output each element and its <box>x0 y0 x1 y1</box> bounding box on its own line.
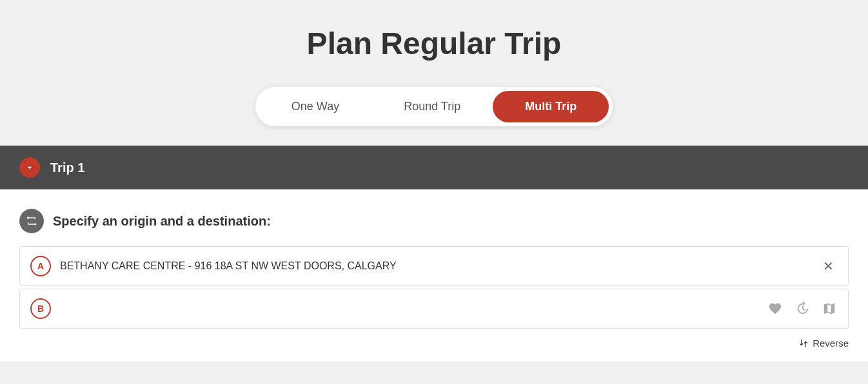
reverse-button[interactable]: Reverse <box>798 338 849 349</box>
trip-collapse-button[interactable] <box>19 157 40 178</box>
trip-type-selector: One Way Round Trip Multi Trip <box>255 87 613 126</box>
chevron-down-icon <box>25 162 35 173</box>
one-way-button[interactable]: One Way <box>259 91 371 122</box>
arrows-icon <box>25 215 38 227</box>
page-wrapper: Plan Regular Trip One Way Round Trip Mul… <box>0 0 868 384</box>
page-title: Plan Regular Trip <box>307 26 562 61</box>
trip-label: Trip 1 <box>50 160 84 175</box>
origin-clear-button[interactable]: ✕ <box>819 257 838 275</box>
origin-destination-label: Specify an origin and a destination: <box>53 214 271 229</box>
destination-marker: B <box>30 298 51 319</box>
destination-actions <box>767 300 838 317</box>
trip-content: Specify an origin and a destination: A B… <box>0 189 868 361</box>
clock-icon <box>795 302 809 316</box>
origin-value: BETHANY CARE CENTRE - 916 18A ST NW WEST… <box>60 260 819 272</box>
route-icon <box>19 209 44 233</box>
trip-section-bar: Trip 1 <box>0 146 868 189</box>
reverse-icon <box>798 338 809 349</box>
origin-marker: A <box>30 256 51 276</box>
favorites-button[interactable] <box>767 300 784 317</box>
reverse-label: Reverse <box>813 338 849 349</box>
reverse-row: Reverse <box>19 331 849 349</box>
map-button[interactable] <box>821 300 838 317</box>
origin-input-row: A BETHANY CARE CENTRE - 916 18A ST NW WE… <box>19 246 849 286</box>
multi-trip-button[interactable]: Multi Trip <box>493 91 609 122</box>
origin-destination-header: Specify an origin and a destination: <box>19 209 849 233</box>
heart-icon <box>768 302 782 316</box>
round-trip-button[interactable]: Round Trip <box>371 91 493 122</box>
destination-input-row: B <box>19 289 849 329</box>
history-button[interactable] <box>794 300 811 317</box>
map-icon <box>822 302 836 316</box>
